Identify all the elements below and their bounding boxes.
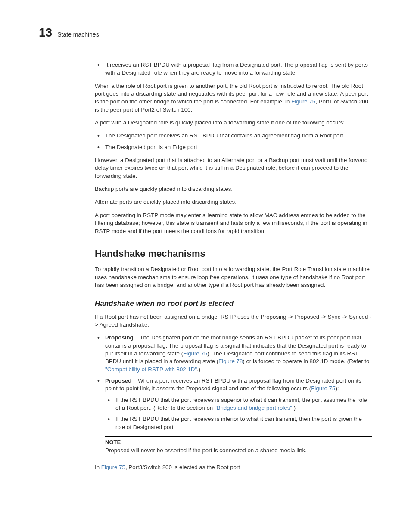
section-heading: Handshake mechanisms [95,247,372,260]
paragraph: If a Root port has not been assigned on … [95,313,372,329]
page-content: It receives an RST BPDU with a proposal … [95,61,372,472]
list-item: The Designated port receives an RST BPDU… [95,132,372,140]
paragraph: A port with a Designated role is quickly… [95,119,372,127]
note-body: Proposed will never be asserted if the p… [105,447,372,454]
paragraph: Alternate ports are quickly placed into … [95,198,372,206]
term-label: Proposing [105,334,134,341]
body-text: ): [335,385,339,392]
body-text: It receives an RST BPDU with a proposal … [105,62,368,76]
sub-bullet-list: If the RST BPDU that the port receives i… [105,396,372,431]
body-text: In [95,464,101,470]
paragraph: A port operating in RSTP mode may enter … [95,212,372,235]
term-label: Proposed [105,377,131,384]
paragraph: However, a Designated port that is attac… [95,156,372,180]
chapter-number: 13 [39,26,52,40]
body-text: .) [197,366,200,373]
body-text: The Designated port receives an RST BPDU… [105,132,343,139]
figure-link[interactable]: Figure 78 [218,358,243,364]
cross-ref-link[interactable]: "Compatibility of RSTP with 802.1D" [105,366,197,373]
paragraph: Backup ports are quickly placed into dis… [95,185,372,193]
bullet-list: The Designated port receives an RST BPDU… [95,132,372,151]
subsection-heading: Handshake when no root port is elected [95,299,372,308]
paragraph: To rapidly transition a Designated or Ro… [95,265,372,289]
figure-link[interactable]: Figure 75 [183,350,207,357]
chapter-title: State machines [57,31,99,38]
list-item: Proposing – The Designated port on the r… [95,334,372,373]
list-item: If the RST BPDU that the port receives i… [105,396,372,412]
body-text: The Designated port is an Edge port [105,144,197,150]
bullet-list: It receives an RST BPDU with a proposal … [95,61,372,77]
list-item: It receives an RST BPDU with a proposal … [95,61,372,77]
figure-link[interactable]: Figure 75 [311,385,335,392]
note-title: NOTE [105,439,372,446]
figure-link[interactable]: Figure 75 [101,464,125,470]
list-item: If the RST BPDU that the port receives i… [105,415,372,431]
list-item: Proposed – When a port receives an RST B… [95,377,372,431]
figure-link[interactable]: Figure 75 [291,98,315,105]
paragraph: In Figure 75, Port3/Switch 200 is electe… [95,464,372,471]
body-text: , Port3/Switch 200 is elected as the Roo… [125,464,240,470]
paragraph: When a the role of Root port is given to… [95,82,372,114]
body-text: ) or is forced to operate in 802.1D mode… [243,358,369,364]
list-item: The Designated port is an Edge port [95,143,372,151]
page-header: 13 State machines [39,26,372,40]
body-text: If the RST BPDU that the port receives i… [115,416,362,430]
cross-ref-link[interactable]: "Bridges and bridge port roles" [215,404,292,411]
note-block: NOTE Proposed will never be asserted if … [105,436,372,457]
body-text: .) [292,404,296,411]
bullet-list: Proposing – The Designated port on the r… [95,334,372,431]
